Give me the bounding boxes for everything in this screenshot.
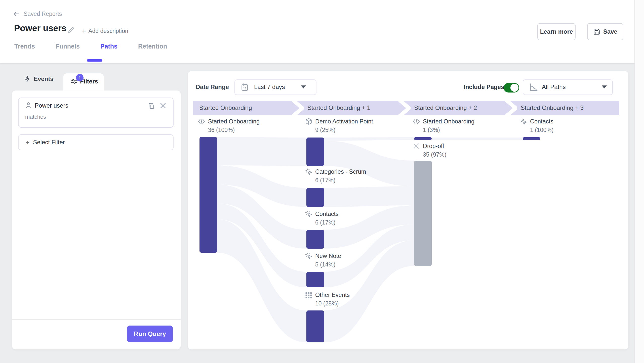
sankey-node-new-note[interactable] [306,272,324,287]
save-label: Save [603,28,617,35]
select-filter-label: Select Filter [33,139,65,146]
learn-more-label: Learn more [540,28,573,35]
caret-down-icon [301,85,306,88]
back-label: Saved Reports [24,11,62,17]
run-query-label: Run Query [134,330,166,338]
sankey-node-drop-off[interactable] [414,161,432,266]
select-filter-button[interactable]: + Select Filter [18,134,174,150]
column-header-2: Started Onboarding + 1 [307,104,370,111]
node-count: 6 (17%) [315,177,366,184]
sankey-node-contacts-2[interactable] [306,230,324,249]
node-name: Contacts [530,118,553,125]
sankey-node-other-events[interactable] [306,310,324,342]
node-label-started-onboarding-3[interactable]: Started Onboarding 1 (3%) [413,118,474,133]
tab-funnels[interactable]: Funnels [56,43,80,50]
node-name: Contacts [315,211,339,217]
date-range-value: Last 7 days [254,83,285,90]
node-count: 5 (14%) [315,261,341,268]
page-scrollbar-track[interactable] [634,0,644,363]
node-name: Categories - Scrum [315,168,366,175]
node-label-contacts-2[interactable]: Contacts 6 (17%) [305,210,339,226]
node-name: Started Onboarding [423,118,474,125]
node-count: 1 (3%) [423,127,474,133]
column-header-4: Started Onboarding + 3 [521,104,584,111]
sankey-link [324,186,414,207]
tab-events[interactable]: Events [24,75,54,82]
save-icon [593,28,600,35]
code-icon [413,118,420,125]
save-button[interactable]: Save [587,23,623,40]
sankey-node-started-onboarding-3[interactable] [414,137,432,140]
node-name: Drop-off [423,143,444,150]
cube-icon [305,118,312,125]
person-icon [25,101,32,109]
sankey-links [217,137,523,342]
plus-icon: + [26,140,29,145]
column-header-3: Started Onboarding + 2 [414,104,477,111]
active-tab-underline [87,59,102,62]
sankey-link [432,138,523,140]
page-title: Power users [14,23,66,33]
query-builder-panel [12,90,181,349]
code-icon [198,118,205,125]
report-tabs: Trends Funnels Paths Retention [14,43,167,50]
tab-paths[interactable]: Paths [100,43,117,50]
add-description-label: Add description [88,28,128,34]
remove-filter-icon[interactable] [159,102,167,110]
paths-filter-value: All Paths [542,83,566,90]
node-count: 36 (100%) [208,127,260,133]
sankey-node-contacts-4[interactable] [523,137,540,140]
node-name: Demo Activation Point [315,118,373,125]
node-name: New Note [315,253,341,259]
back-arrow-icon [13,10,20,18]
sankey-node-categories-scrum[interactable] [306,188,324,207]
edit-title-button[interactable] [67,26,75,34]
caret-down-icon [602,85,607,88]
include-pages-toggle[interactable] [504,83,519,93]
tab-filters[interactable]: Filters 1 [63,73,104,91]
tab-trends[interactable]: Trends [14,43,35,50]
paths-chart-icon [529,83,538,92]
date-range-label: Date Range [196,83,229,90]
filter-cohort-name: Power users [35,102,68,109]
node-label-started-onboarding-1[interactable]: Started Onboarding 36 (100%) [198,118,260,133]
filter-operator[interactable]: matches [25,114,46,120]
chevron-separator-icon [398,101,411,115]
node-name: Other Events [315,292,350,298]
sankey-diagram [193,116,631,349]
panel-footer-divider [12,319,181,320]
node-count: 10 (28%) [315,300,350,307]
node-label-categories-scrum[interactable]: Categories - Scrum 6 (17%) [305,168,366,184]
learn-more-button[interactable]: Learn more [537,23,576,40]
node-label-other-events[interactable]: Other Events 10 (28%) [305,291,350,307]
chevron-separator-icon [505,101,517,115]
sankey-link [324,137,414,141]
back-to-saved-reports[interactable]: Saved Reports [13,10,62,18]
click-icon [305,252,312,260]
node-label-contacts-4[interactable]: Contacts 1 (100%) [520,118,553,133]
node-label-drop-off[interactable]: Drop-off 35 (97%) [413,142,446,158]
lightning-icon [24,76,31,82]
node-count: 35 (97%) [423,151,446,158]
click-icon [305,168,312,175]
copy-icon[interactable] [147,102,155,110]
include-pages-label: Include Pages [464,83,504,90]
add-description-button[interactable]: + Add description [82,28,128,34]
node-label-new-note[interactable]: New Note 5 (14%) [305,252,341,268]
run-query-button[interactable]: Run Query [127,326,173,342]
node-count: 9 (25%) [315,127,373,133]
plus-icon: + [82,28,86,34]
node-label-demo-activation-point[interactable]: Demo Activation Point 9 (25%) [305,118,373,133]
calendar-icon [240,83,249,92]
click-icon [305,210,312,218]
sankey-node-demo-activation-point[interactable] [306,138,324,166]
close-icon [413,142,420,150]
sankey-node-started-onboarding-1[interactable] [199,137,217,253]
sankey-link [217,137,306,166]
column-header-1: Started Onboarding [199,104,252,111]
app-header: Saved Reports Power users + Add descript… [0,0,644,63]
grid-icon [305,291,312,299]
node-count: 1 (100%) [530,127,553,133]
tab-retention[interactable]: Retention [138,43,167,50]
click-icon [520,118,527,125]
